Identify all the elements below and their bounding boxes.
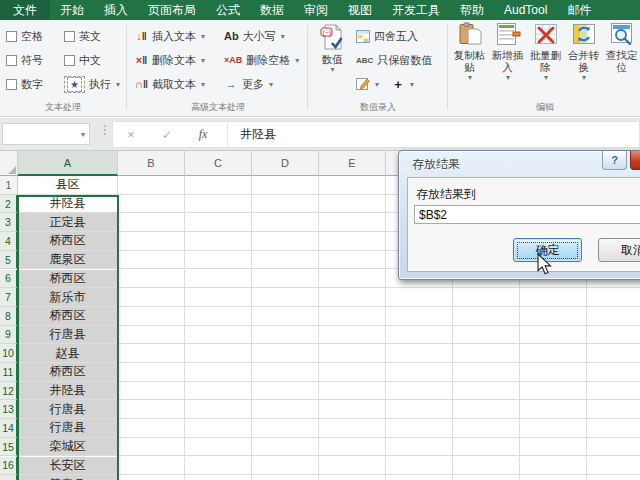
ribbon-tab[interactable]: AudTool	[494, 0, 557, 20]
cell-I10[interactable]	[587, 344, 640, 363]
cell-E16[interactable]	[319, 457, 386, 476]
column-header-A[interactable]: A	[18, 151, 118, 176]
menu-button[interactable]: →更多▾	[224, 72, 299, 96]
ribbon-tab[interactable]: 邮件	[557, 0, 601, 20]
cell-B6[interactable]	[118, 270, 185, 289]
cell-B10[interactable]	[118, 344, 185, 363]
checkbox-item[interactable]: 英文	[64, 24, 120, 48]
cell-F12[interactable]	[386, 382, 453, 401]
ribbon-tab[interactable]: 审阅	[294, 0, 338, 20]
cell-D8[interactable]	[252, 307, 319, 326]
cell-D3[interactable]	[252, 213, 319, 232]
checkbox-item[interactable]: 中文	[64, 48, 120, 72]
cell-A12[interactable]: 井陉县	[18, 382, 118, 401]
row-header-16[interactable]: 16	[0, 457, 18, 476]
cell-G7[interactable]	[453, 288, 520, 307]
ok-button[interactable]: 确定	[513, 238, 582, 262]
cell-E5[interactable]	[319, 251, 386, 270]
cell-F13[interactable]	[386, 400, 453, 419]
cell-B16[interactable]	[118, 457, 185, 476]
cell-E2[interactable]	[319, 195, 386, 214]
column-header-D[interactable]: D	[252, 151, 319, 176]
cell-D13[interactable]	[252, 400, 319, 419]
mini-button[interactable]: +▾	[391, 72, 414, 96]
row-header-7[interactable]: 7	[0, 288, 18, 307]
menu-button[interactable]: 四舍五入	[356, 24, 432, 48]
cell-H15[interactable]	[520, 438, 587, 457]
ribbon-tab[interactable]: 开始	[50, 0, 94, 20]
cell-H17[interactable]	[520, 475, 587, 480]
checkbox-icon[interactable]	[64, 31, 75, 42]
checkbox-icon[interactable]	[64, 55, 75, 66]
row-header-14[interactable]: 14	[0, 419, 18, 438]
cell-C15[interactable]	[185, 438, 252, 457]
menu-button[interactable]: ×AB删除空格▾	[224, 48, 299, 72]
cancel-button[interactable]: 取消	[598, 238, 640, 262]
cell-H13[interactable]	[520, 400, 587, 419]
cell-A9[interactable]: 行唐县	[18, 326, 118, 345]
cell-C2[interactable]	[185, 195, 252, 214]
cell-I12[interactable]	[587, 382, 640, 401]
chevron-down-icon[interactable]: ▾	[81, 130, 89, 139]
cell-I11[interactable]	[587, 363, 640, 382]
row-header-6[interactable]: 6	[0, 270, 18, 289]
cell-B12[interactable]	[118, 382, 185, 401]
cell-D4[interactable]	[252, 232, 319, 251]
cell-F17[interactable]	[386, 475, 453, 480]
cell-E1[interactable]	[319, 176, 386, 195]
cell-B15[interactable]	[118, 438, 185, 457]
ribbon-tab[interactable]: 数据	[250, 0, 294, 20]
result-range-input[interactable]	[414, 205, 640, 224]
cell-C4[interactable]	[185, 232, 252, 251]
cell-C12[interactable]	[185, 382, 252, 401]
dialog-close-button[interactable]	[630, 151, 640, 170]
cell-E9[interactable]	[319, 326, 386, 345]
menu-button[interactable]: ABC只保留数值	[356, 48, 432, 72]
cell-D2[interactable]	[252, 195, 319, 214]
cell-E10[interactable]	[319, 344, 386, 363]
cell-F16[interactable]	[386, 457, 453, 476]
cell-B9[interactable]	[118, 326, 185, 345]
numeric-big-button[interactable]: (−) 数值 ▾	[312, 24, 352, 74]
cell-C9[interactable]	[185, 326, 252, 345]
cell-G17[interactable]	[453, 475, 520, 480]
cell-H14[interactable]	[520, 419, 587, 438]
cell-H7[interactable]	[520, 288, 587, 307]
cell-A5[interactable]: 鹿泉区	[18, 251, 118, 270]
cell-E14[interactable]	[319, 419, 386, 438]
cell-D11[interactable]	[252, 363, 319, 382]
select-all-corner[interactable]	[0, 151, 18, 176]
cell-D7[interactable]	[252, 288, 319, 307]
checkbox-item[interactable]: 符号	[6, 48, 43, 72]
cell-B5[interactable]	[118, 251, 185, 270]
checkbox-icon[interactable]	[6, 55, 17, 66]
cell-B11[interactable]	[118, 363, 185, 382]
cell-D10[interactable]	[252, 344, 319, 363]
cell-A15[interactable]: 栾城区	[18, 438, 118, 457]
cell-G13[interactable]	[453, 400, 520, 419]
execute-button[interactable]: ★执行▾	[64, 72, 120, 96]
cell-I15[interactable]	[587, 438, 640, 457]
cell-A13[interactable]: 行唐县	[18, 400, 118, 419]
cell-E12[interactable]	[319, 382, 386, 401]
enter-formula-icon[interactable]: ✓	[149, 128, 185, 142]
cell-A1[interactable]: 县区	[18, 176, 118, 195]
cell-C16[interactable]	[185, 457, 252, 476]
cell-G16[interactable]	[453, 457, 520, 476]
cell-D6[interactable]	[252, 270, 319, 289]
cell-D14[interactable]	[252, 419, 319, 438]
cell-F8[interactable]	[386, 307, 453, 326]
ribbon-tab[interactable]: 插入	[94, 0, 138, 20]
row-header-1[interactable]: 1	[0, 176, 18, 195]
column-header-B[interactable]: B	[118, 151, 185, 176]
cell-C11[interactable]	[185, 363, 252, 382]
cell-A3[interactable]: 正定县	[18, 213, 118, 232]
dialog-help-button[interactable]: ?	[602, 151, 627, 170]
cell-B17[interactable]	[118, 475, 185, 480]
cell-G9[interactable]	[453, 326, 520, 345]
big-button[interactable]: 查找定位	[603, 22, 640, 106]
cell-H10[interactable]	[520, 344, 587, 363]
checkbox-item[interactable]: 空格	[6, 24, 43, 48]
big-button[interactable]: 合并转换▾	[565, 22, 602, 106]
cell-D17[interactable]	[252, 475, 319, 480]
